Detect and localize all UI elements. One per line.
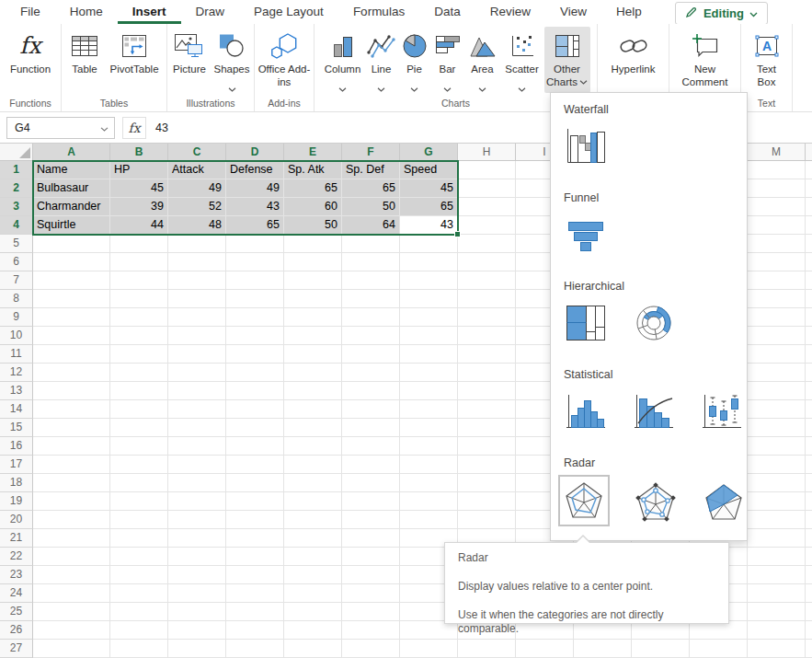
ribbon-tab-review[interactable]: Review [475, 2, 545, 24]
row-header-5[interactable]: 5 [0, 235, 33, 253]
cell-M21[interactable] [748, 529, 806, 548]
row-header-22[interactable]: 22 [0, 548, 33, 566]
cell-F10[interactable] [342, 327, 400, 345]
cell-A13[interactable] [33, 382, 110, 400]
row-header-7[interactable]: 7 [0, 271, 33, 290]
cell-N27[interactable] [806, 640, 812, 658]
cell-N1[interactable] [806, 161, 812, 179]
cell-H5[interactable] [458, 235, 516, 253]
cell-C13[interactable] [168, 382, 226, 400]
column-header-M[interactable]: M [748, 144, 806, 161]
cell-E4[interactable]: 50 [284, 216, 342, 235]
cell-C23[interactable] [168, 566, 226, 584]
cell-N4[interactable] [806, 216, 812, 235]
cell-M20[interactable] [748, 511, 806, 529]
row-header-26[interactable]: 26 [0, 621, 33, 640]
line-chart-button[interactable]: Line [364, 27, 399, 93]
cell-B10[interactable] [110, 327, 168, 345]
scatter-chart-button[interactable]: Scatter [500, 27, 544, 93]
insert-function-button[interactable]: fx [122, 117, 146, 139]
cell-M25[interactable] [748, 603, 806, 621]
cell-E8[interactable] [284, 290, 342, 308]
cell-G8[interactable] [400, 290, 458, 308]
cell-G6[interactable] [400, 253, 458, 271]
cell-N26[interactable] [806, 621, 812, 640]
cell-A27[interactable] [33, 640, 110, 658]
cell-M6[interactable] [748, 253, 806, 271]
cell-G1[interactable]: Speed [400, 161, 458, 179]
cell-D26[interactable] [226, 621, 284, 640]
row-header-2[interactable]: 2 [0, 179, 33, 198]
cell-A21[interactable] [33, 529, 110, 548]
cell-E17[interactable] [284, 456, 342, 474]
cell-I27[interactable] [516, 640, 574, 658]
ribbon-tab-formulas[interactable]: Formulas [338, 2, 419, 24]
cell-G9[interactable] [400, 308, 458, 327]
cell-M17[interactable] [748, 456, 806, 474]
cell-E20[interactable] [284, 511, 342, 529]
cell-M18[interactable] [748, 474, 806, 492]
cell-G5[interactable] [400, 235, 458, 253]
cell-D20[interactable] [226, 511, 284, 529]
cell-H11[interactable] [458, 345, 516, 364]
cell-B26[interactable] [110, 621, 168, 640]
cell-E14[interactable] [284, 400, 342, 419]
cell-L27[interactable] [690, 640, 748, 658]
cell-A6[interactable] [33, 253, 110, 271]
cell-D18[interactable] [226, 474, 284, 492]
cell-H3[interactable] [458, 198, 516, 216]
cell-A18[interactable] [33, 474, 110, 492]
cell-D23[interactable] [226, 566, 284, 584]
cell-M13[interactable] [748, 382, 806, 400]
row-header-4[interactable]: 4 [0, 216, 33, 235]
cell-H9[interactable] [458, 308, 516, 327]
cell-N22[interactable] [806, 548, 812, 566]
cell-E12[interactable] [284, 364, 342, 382]
cell-B21[interactable] [110, 529, 168, 548]
cell-M12[interactable] [748, 364, 806, 382]
ribbon-tab-file[interactable]: File [6, 2, 55, 24]
cell-A10[interactable] [33, 327, 110, 345]
cell-G15[interactable] [400, 419, 458, 437]
cell-E15[interactable] [284, 419, 342, 437]
row-header-8[interactable]: 8 [0, 290, 33, 308]
cell-D21[interactable] [226, 529, 284, 548]
hyperlink-button[interactable]: Hyperlink [602, 27, 665, 93]
function-button[interactable]: fx Function [4, 27, 57, 93]
column-header-N[interactable]: N [806, 144, 812, 161]
cell-D8[interactable] [226, 290, 284, 308]
column-header-E[interactable]: E [284, 144, 342, 161]
cell-G11[interactable] [400, 345, 458, 364]
name-box[interactable]: G4 [6, 117, 115, 139]
cell-N9[interactable] [806, 308, 812, 327]
table-button[interactable]: Table [64, 27, 105, 93]
cell-B19[interactable] [110, 492, 168, 511]
pivottable-button[interactable]: PivotTable [105, 27, 164, 93]
treemap-chart-icon[interactable] [564, 301, 608, 345]
row-header-21[interactable]: 21 [0, 529, 33, 548]
cell-E13[interactable] [284, 382, 342, 400]
ribbon-tab-home[interactable]: Home [55, 2, 118, 24]
cell-F9[interactable] [342, 308, 400, 327]
cell-H27[interactable] [458, 640, 516, 658]
cell-A2[interactable]: Bulbasaur [33, 179, 110, 198]
cell-D1[interactable]: Defense [226, 161, 284, 179]
area-chart-button[interactable]: Area [465, 27, 500, 93]
cell-N20[interactable] [806, 511, 812, 529]
cell-C3[interactable]: 52 [168, 198, 226, 216]
cell-F19[interactable] [342, 492, 400, 511]
cell-N5[interactable] [806, 235, 812, 253]
cell-G3[interactable]: 65 [400, 198, 458, 216]
cell-F3[interactable]: 50 [342, 198, 400, 216]
cell-F1[interactable]: Sp. Def [342, 161, 400, 179]
cell-H4[interactable] [458, 216, 516, 235]
picture-button[interactable]: Picture [168, 27, 211, 93]
cell-A20[interactable] [33, 511, 110, 529]
cell-B17[interactable] [110, 456, 168, 474]
cell-D14[interactable] [226, 400, 284, 419]
cell-E10[interactable] [284, 327, 342, 345]
sunburst-chart-icon[interactable] [632, 301, 676, 345]
cell-M23[interactable] [748, 566, 806, 584]
cell-F6[interactable] [342, 253, 400, 271]
column-header-C[interactable]: C [168, 144, 226, 161]
